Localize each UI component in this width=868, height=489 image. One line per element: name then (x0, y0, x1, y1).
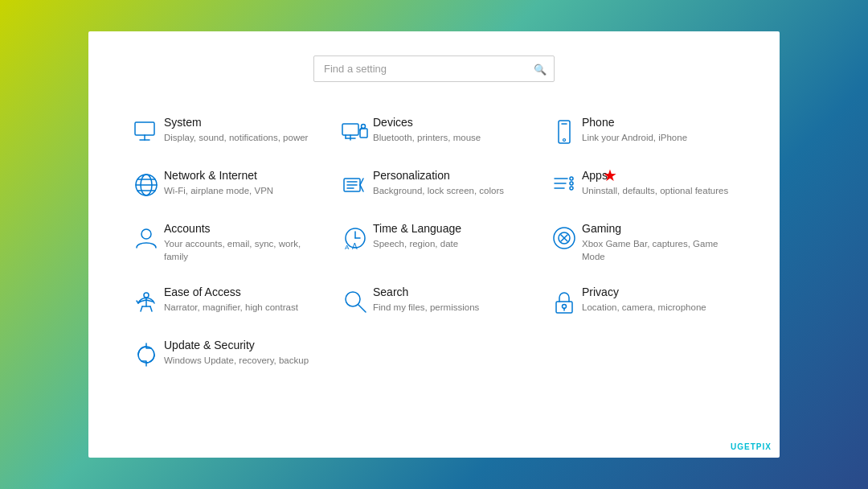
privacy-title: Privacy (582, 286, 733, 298)
gaming-subtitle: Xbox Game Bar, captures, Game Mode (582, 237, 733, 263)
settings-grid: System Display, sound, notifications, po… (121, 105, 747, 380)
search-text: Search Find my files, permissions (373, 286, 524, 314)
phone-text: Phone Link your Android, iPhone (582, 116, 733, 144)
network-subtitle: Wi-Fi, airplane mode, VPN (164, 184, 315, 197)
time-subtitle: Speech, region, date (373, 237, 524, 250)
network-text: Network & Internet Wi-Fi, airplane mode,… (164, 169, 315, 197)
accounts-title: Accounts (164, 222, 315, 235)
svg-rect-43 (556, 302, 572, 313)
settings-item-privacy[interactable]: Privacy Location, camera, microphone (538, 274, 747, 327)
settings-item-personalization[interactable]: Personalization Background, lock screen,… (330, 158, 538, 211)
svg-rect-0 (135, 122, 154, 135)
settings-item-phone[interactable]: Phone Link your Android, iPhone (538, 105, 747, 158)
ease-icon (129, 286, 164, 316)
svg-rect-3 (342, 124, 358, 135)
devices-subtitle: Bluetooth, printers, mouse (373, 131, 524, 144)
svg-point-28 (570, 182, 573, 185)
settings-item-devices[interactable]: Devices Bluetooth, printers, mouse (330, 105, 538, 158)
search-settings-icon (338, 286, 373, 316)
accounts-subtitle: Your accounts, email, sync, work, family (164, 237, 315, 263)
search-subtitle: Find my files, permissions (373, 301, 524, 314)
system-icon (129, 116, 164, 146)
ease-subtitle: Narrator, magnifier, high contrast (164, 301, 315, 314)
time-text: Time & Language Speech, region, date (373, 222, 524, 250)
devices-text: Devices Bluetooth, printers, mouse (373, 116, 524, 144)
system-text: System Display, sound, notifications, po… (164, 116, 315, 144)
gaming-title: Gaming (582, 222, 733, 235)
privacy-icon (547, 286, 582, 316)
phone-icon (547, 116, 582, 146)
phone-title: Phone (582, 116, 733, 129)
settings-item-ease[interactable]: Ease of Access Narrator, magnifier, high… (121, 274, 330, 327)
time-icon: A A (338, 222, 373, 253)
svg-point-30 (141, 229, 151, 239)
settings-item-system[interactable]: System Display, sound, notifications, po… (121, 105, 330, 158)
personalization-text: Personalization Background, lock screen,… (373, 169, 524, 197)
svg-point-27 (570, 177, 573, 180)
watermark: UGETPIX (731, 442, 772, 451)
devices-icon (338, 116, 373, 146)
search-input[interactable] (313, 55, 555, 82)
accounts-icon (129, 222, 164, 253)
svg-rect-4 (360, 129, 367, 138)
svg-line-42 (358, 305, 366, 312)
apps-subtitle: Uninstall, defaults, optional features (582, 184, 733, 197)
ease-text: Ease of Access Narrator, magnifier, high… (164, 286, 315, 314)
system-title: System (164, 116, 315, 129)
privacy-text: Privacy Location, camera, microphone (582, 286, 733, 314)
settings-window: 🔍 System Display, sound, notifications, … (88, 31, 780, 458)
gaming-text: Gaming Xbox Game Bar, captures, Game Mod… (582, 222, 733, 263)
settings-item-apps[interactable]: Apps Uninstall, defaults, optional featu… (538, 158, 747, 211)
svg-point-12 (563, 139, 566, 142)
settings-item-gaming[interactable]: Gaming Xbox Game Bar, captures, Game Mod… (538, 211, 747, 274)
update-icon (129, 339, 164, 369)
phone-subtitle: Link your Android, iPhone (582, 131, 733, 144)
settings-item-search[interactable]: Search Find my files, permissions (330, 274, 538, 327)
apps-icon (547, 169, 582, 199)
personalization-icon (338, 169, 373, 199)
time-title: Time & Language (373, 222, 524, 235)
settings-item-time[interactable]: A A Time & Language Speech, region, date (330, 211, 538, 274)
privacy-subtitle: Location, camera, microphone (582, 301, 733, 314)
accounts-text: Accounts Your accounts, email, sync, wor… (164, 222, 315, 263)
svg-text:A: A (345, 244, 350, 251)
personalization-title: Personalization (373, 169, 524, 182)
network-icon (129, 169, 164, 199)
personalization-subtitle: Background, lock screen, colors (373, 184, 524, 197)
gaming-icon (547, 222, 582, 253)
devices-title: Devices (373, 116, 524, 129)
settings-item-update[interactable]: Update & Security Windows Update, recove… (121, 327, 330, 380)
update-subtitle: Windows Update, recovery, backup (164, 354, 315, 367)
system-subtitle: Display, sound, notifications, power (164, 131, 315, 144)
settings-item-accounts[interactable]: Accounts Your accounts, email, sync, wor… (121, 211, 330, 274)
svg-point-40 (144, 293, 149, 298)
search-bar-container: 🔍 (313, 55, 555, 82)
ease-title: Ease of Access (164, 286, 315, 298)
apps-text: Apps Uninstall, defaults, optional featu… (582, 169, 733, 197)
search-icon: 🔍 (534, 63, 547, 75)
update-title: Update & Security (164, 339, 315, 351)
svg-text:A: A (352, 242, 358, 251)
network-title: Network & Internet (164, 169, 315, 182)
apps-title: Apps (582, 169, 733, 182)
update-text: Update & Security Windows Update, recove… (164, 339, 315, 367)
search-title: Search (373, 286, 524, 298)
svg-point-29 (570, 187, 573, 190)
svg-point-41 (346, 292, 360, 306)
settings-item-network[interactable]: Network & Internet Wi-Fi, airplane mode,… (121, 158, 330, 211)
